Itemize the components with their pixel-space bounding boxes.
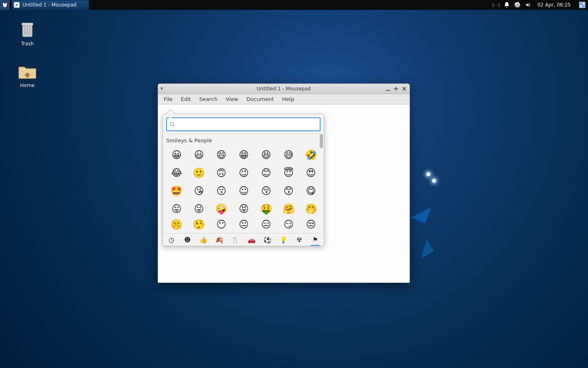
emoji-cell[interactable]: 😄 bbox=[210, 146, 233, 164]
network-icon[interactable]: ⟨···⟩ bbox=[492, 1, 500, 9]
emoji-cell[interactable]: 😀 bbox=[165, 146, 188, 164]
emoji-category-travel[interactable]: 🚗 bbox=[247, 234, 256, 245]
home-folder-icon bbox=[18, 61, 37, 81]
menu-edit[interactable]: Edit bbox=[177, 94, 195, 104]
taskbar-item-label: Untitled 1 - Mousepad bbox=[22, 2, 76, 8]
svg-rect-15 bbox=[394, 88, 398, 89]
mousepad-app-icon bbox=[13, 2, 20, 8]
wallpaper-triangle bbox=[414, 238, 434, 258]
emoji-cell[interactable]: 😑 bbox=[255, 218, 277, 231]
trash-icon bbox=[18, 20, 37, 39]
emoji-grid: 😀😃😄😁😆😅🤣😂🙂🙃😉😊😇😍🤩😘😗☺😚😙😋😛😜🤪😝🤑🤗🤭🤫🤥😶😐😑😏😒 bbox=[165, 146, 322, 231]
window-close-button[interactable] bbox=[401, 85, 408, 92]
emoji-cell[interactable]: 😝 bbox=[233, 200, 255, 218]
emoji-cell[interactable]: 😙 bbox=[277, 182, 300, 200]
emoji-cell[interactable]: 😛 bbox=[165, 200, 188, 218]
window-maximize-button[interactable] bbox=[392, 85, 400, 92]
taskbar-item-mousepad[interactable]: Untitled 1 - Mousepad bbox=[11, 0, 89, 10]
top-panel: Untitled 1 - Mousepad ⟨···⟩ 02 Apr, 06:2… bbox=[0, 0, 588, 10]
emoji-cell[interactable]: 🤫 bbox=[165, 218, 188, 231]
emoji-section-title: Smileys & People bbox=[165, 137, 322, 146]
window-titlebar[interactable]: ▾ Untitled 1 - Mousepad bbox=[158, 84, 410, 94]
emoji-category-food[interactable]: 🍴 bbox=[231, 234, 240, 245]
emoji-search-field[interactable] bbox=[166, 117, 321, 131]
emoji-category-objects[interactable]: 💡 bbox=[279, 234, 288, 245]
system-tray: ⟨···⟩ 02 Apr, 06:25 bbox=[492, 1, 588, 9]
svg-rect-6 bbox=[580, 5, 582, 7]
emoji-cell[interactable]: 😶 bbox=[210, 218, 233, 231]
emoji-cell[interactable]: 😉 bbox=[233, 164, 255, 182]
emoji-cell[interactable]: 😜 bbox=[188, 200, 210, 218]
window-minimize-button[interactable] bbox=[384, 85, 392, 92]
emoji-cell[interactable]: 😏 bbox=[277, 218, 300, 231]
emoji-cell[interactable]: 😅 bbox=[277, 146, 300, 164]
emoji-cell[interactable]: 😂 bbox=[165, 164, 188, 182]
svg-rect-13 bbox=[386, 90, 390, 91]
power-icon[interactable] bbox=[514, 1, 521, 9]
emoji-cell[interactable]: 😚 bbox=[255, 182, 277, 200]
emoji-cell[interactable]: 😐 bbox=[233, 218, 255, 231]
emoji-cell[interactable]: 🤩 bbox=[165, 182, 188, 200]
emoji-category-people[interactable]: 👍 bbox=[199, 234, 208, 245]
emoji-search-input[interactable] bbox=[178, 121, 317, 128]
panel-clock[interactable]: 02 Apr, 06:25 bbox=[535, 2, 573, 8]
emoji-scroll-area: Smileys & People 😀😃😄😁😆😅🤣😂🙂🙃😉😊😇😍🤩😘😗☺😚😙😋😛😜… bbox=[163, 134, 324, 233]
emoji-category-recent[interactable]: ◷ bbox=[167, 234, 176, 245]
emoji-category-symbols[interactable]: ☢ bbox=[295, 234, 304, 245]
emoji-cell[interactable]: 😆 bbox=[255, 146, 277, 164]
wallpaper-dot bbox=[426, 172, 430, 176]
wallpaper-triangle bbox=[410, 202, 431, 223]
emoji-category-activities[interactable]: ⚽ bbox=[263, 234, 272, 245]
desktop-icon-label: Home bbox=[9, 83, 46, 88]
menu-document[interactable]: Document bbox=[242, 94, 278, 104]
svg-point-2 bbox=[3, 4, 7, 7]
emoji-cell[interactable]: 🙃 bbox=[210, 164, 233, 182]
emoji-cell[interactable]: 😁 bbox=[233, 146, 255, 164]
emoji-cell[interactable]: 😃 bbox=[188, 146, 210, 164]
menu-file[interactable]: File bbox=[160, 94, 177, 104]
emoji-cell[interactable]: 😊 bbox=[255, 164, 277, 182]
wallpaper-dot bbox=[432, 179, 436, 183]
emoji-cell[interactable]: 😘 bbox=[188, 182, 210, 200]
desktop-icon-label: Trash bbox=[9, 41, 46, 47]
scrollbar-thumb[interactable] bbox=[320, 134, 323, 148]
emoji-cell[interactable]: 🤑 bbox=[255, 200, 277, 218]
xfce-mouse-icon bbox=[2, 2, 8, 8]
window-menu-icon[interactable]: ▾ bbox=[160, 85, 163, 91]
emoji-cell[interactable]: 😗 bbox=[210, 182, 233, 200]
notifications-icon[interactable] bbox=[503, 1, 510, 9]
emoji-cell[interactable]: 🤪 bbox=[210, 200, 233, 218]
show-desktop-button[interactable] bbox=[578, 1, 586, 9]
window-title: Untitled 1 - Mousepad bbox=[158, 86, 410, 92]
desktop-icon-trash[interactable]: Trash bbox=[9, 20, 46, 47]
svg-rect-7 bbox=[583, 3, 584, 4]
emoji-category-nature[interactable]: 🍂 bbox=[215, 234, 224, 245]
emoji-cell[interactable]: ☺ bbox=[233, 182, 255, 200]
emoji-cell[interactable]: 🤗 bbox=[277, 200, 300, 218]
menu-search[interactable]: Search bbox=[195, 94, 222, 104]
applications-menu-button[interactable] bbox=[0, 0, 10, 10]
search-icon bbox=[169, 121, 175, 127]
emoji-picker-popover: Smileys & People 😀😃😄😁😆😅🤣😂🙂🙃😉😊😇😍🤩😘😗☺😚😙😋😛😜… bbox=[163, 114, 324, 246]
emoji-category-flags[interactable]: ⚑ bbox=[311, 234, 320, 245]
menu-help[interactable]: Help bbox=[278, 94, 298, 104]
emoji-scrollbar[interactable] bbox=[319, 134, 323, 233]
emoji-cell[interactable]: 🤥 bbox=[188, 218, 210, 231]
volume-icon[interactable] bbox=[524, 1, 532, 9]
desktop-icon-home[interactable]: Home bbox=[9, 61, 46, 88]
svg-rect-9 bbox=[22, 23, 33, 25]
menu-view[interactable]: View bbox=[222, 94, 243, 104]
emoji-category-smileys[interactable]: ☻ bbox=[183, 234, 192, 245]
emoji-cell[interactable]: 😇 bbox=[277, 164, 300, 182]
emoji-category-bar: ◷☻👍🍂🍴🚗⚽💡☢⚑ bbox=[163, 233, 324, 246]
menubar: File Edit Search View Document Help bbox=[158, 94, 410, 104]
emoji-cell[interactable]: 🙂 bbox=[188, 164, 210, 182]
